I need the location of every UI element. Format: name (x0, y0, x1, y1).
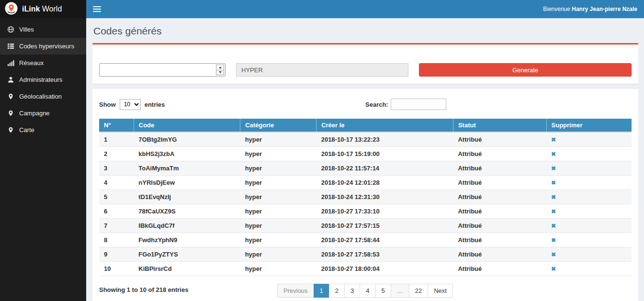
main-content: Codes générés Generate Show (86, 18, 644, 301)
cell-created: 2018-10-27 17:58:44 (316, 233, 453, 247)
delete-icon[interactable]: ✖ (551, 251, 556, 258)
sidebar-item-codes-hyperviseurs[interactable]: Codes hyperviseurs (0, 38, 86, 55)
sidebar-item-label: Carte (19, 126, 34, 134)
cell-status: Attribué (453, 247, 546, 262)
spinner-up-icon[interactable] (216, 65, 224, 70)
table-controls: Show 10 entries Search: (99, 99, 632, 110)
pagination-page-button[interactable]: 4 (360, 284, 375, 298)
table-row: 6 78fCaUXZ9S hyper 2018-10-27 17:33:10 A… (99, 204, 632, 219)
search-control: Search: (365, 99, 632, 110)
cell-code: 78fCaUXZ9S (134, 204, 240, 219)
cell-delete: ✖ (546, 132, 632, 147)
quantity-input[interactable] (100, 64, 215, 76)
entries-label: entries (145, 101, 165, 108)
cell-status: Attribué (453, 161, 546, 176)
map-marker-icon (7, 110, 14, 117)
search-label: Search: (365, 101, 388, 108)
page-title: Codes générés (93, 25, 638, 37)
cell-category: hyper (240, 132, 316, 147)
sidebar-item-administrateurs[interactable]: Administrateurs (0, 71, 86, 88)
welcome-text: Bienvenue Hanry Jean-pierre Nzale (543, 6, 637, 12)
cell-created: 2018-10-27 18:00:04 (316, 262, 453, 276)
user-name: Hanry Jean-pierre Nzale (572, 6, 637, 12)
column-header-category[interactable]: Catégorie (240, 119, 316, 132)
cell-created: 2018-10-24 12:31:30 (316, 190, 453, 204)
table-row: 1 7OBtg2lmYG hyper 2018-10-17 13:22:23 A… (99, 132, 632, 147)
code-generator-panel: Generate (92, 43, 638, 84)
cell-created: 2018-10-17 13:22:23 (316, 132, 453, 147)
cell-delete: ✖ (546, 190, 632, 204)
pagination-page-button[interactable]: 3 (344, 284, 360, 298)
cell-delete: ✖ (546, 176, 632, 190)
delete-icon[interactable]: ✖ (551, 208, 556, 215)
column-header-number[interactable]: N° (99, 119, 134, 132)
sidebar-item-carte[interactable]: Carte (0, 122, 86, 138)
cell-number: 2 (99, 147, 134, 161)
sidebar-item-villes[interactable]: Villes (0, 21, 86, 38)
cell-category: hyper (240, 219, 316, 233)
brand-logo[interactable]: iLink World (0, 0, 86, 18)
cell-category: hyper (240, 262, 316, 276)
column-header-status[interactable]: Statut (453, 119, 546, 132)
delete-icon[interactable]: ✖ (551, 223, 556, 229)
cell-number: 7 (99, 219, 134, 233)
map-marker-icon (7, 93, 14, 100)
delete-icon[interactable]: ✖ (551, 151, 556, 157)
sidebar-item-reseaux[interactable]: Réseaux (0, 55, 86, 71)
search-input[interactable] (391, 99, 446, 110)
cell-created: 2018-10-27 17:33:10 (316, 204, 453, 219)
cell-number: 10 (99, 262, 134, 276)
cell-created: 2018-10-27 17:57:15 (316, 219, 453, 233)
app-logo-icon (5, 2, 18, 17)
sidebar-item-label: Administrateurs (19, 76, 62, 83)
pagination-previous-button[interactable]: Previous (277, 284, 314, 298)
cell-delete: ✖ (546, 147, 632, 161)
cell-delete: ✖ (546, 161, 632, 176)
cell-category: hyper (240, 190, 316, 204)
cell-created: 2018-10-17 15:19:00 (316, 147, 453, 161)
cell-number: 4 (99, 176, 134, 190)
delete-icon[interactable]: ✖ (551, 136, 556, 143)
table-row: 7 IBkGLqdC7f hyper 2018-10-27 17:57:15 A… (99, 219, 632, 233)
cell-delete: ✖ (546, 219, 632, 233)
spinner-down-icon[interactable] (216, 70, 224, 75)
cell-status: Attribué (453, 132, 546, 147)
page-length-select[interactable]: 10 (120, 99, 141, 110)
table-row: 4 nYRIsDjEew hyper 2018-10-24 12:01:28 A… (99, 176, 632, 190)
pagination-page-button[interactable]: 2 (329, 284, 345, 298)
pagination-page-button[interactable]: 22 (409, 284, 428, 298)
column-header-created[interactable]: Créer le (316, 119, 453, 132)
cell-created: 2018-10-24 12:01:28 (316, 176, 453, 190)
cell-code: KiBPirsrCd (134, 262, 240, 276)
menu-toggle-icon[interactable] (93, 5, 101, 13)
sidebar-item-geolocalisation[interactable]: Géolocalisation (0, 88, 86, 105)
pagination-page-button[interactable]: 5 (375, 284, 391, 298)
sidebar-item-label: Villes (19, 26, 34, 33)
navbar: Bienvenue Hanry Jean-pierre Nzale (86, 0, 644, 18)
cell-code: IBkGLqdC7f (134, 219, 240, 233)
sidebar-item-label: Réseaux (19, 59, 44, 67)
generate-button[interactable]: Generate (419, 63, 632, 77)
delete-icon[interactable]: ✖ (551, 266, 556, 272)
category-field (236, 63, 408, 77)
column-header-code[interactable]: Code (134, 119, 240, 132)
delete-icon[interactable]: ✖ (551, 194, 556, 201)
cell-status: Attribué (453, 204, 546, 219)
delete-icon[interactable]: ✖ (551, 165, 556, 172)
cell-delete: ✖ (546, 204, 632, 219)
cell-code: tD1EvqNzIj (134, 190, 240, 204)
cell-number: 3 (99, 161, 134, 176)
sidebar-item-campagne[interactable]: Campagne (0, 105, 86, 122)
pagination-next-button[interactable]: Next (428, 284, 453, 298)
show-label: Show (99, 101, 116, 108)
cell-created: 2018-10-27 17:58:53 (316, 247, 453, 262)
table-row: 5 tD1EvqNzIj hyper 2018-10-24 12:31:30 A… (99, 190, 632, 204)
pagination-page-button[interactable]: 1 (314, 284, 329, 298)
map-marker-icon (7, 126, 14, 134)
cell-delete: ✖ (546, 262, 632, 276)
column-header-delete[interactable]: Supprimer (546, 119, 632, 132)
table-row: 8 FwdhzYphN9 hyper 2018-10-27 17:58:44 A… (99, 233, 632, 247)
delete-icon[interactable]: ✖ (551, 179, 556, 186)
delete-icon[interactable]: ✖ (551, 237, 556, 244)
sidebar: Villes Codes hyperviseurs Réseaux (0, 18, 86, 301)
